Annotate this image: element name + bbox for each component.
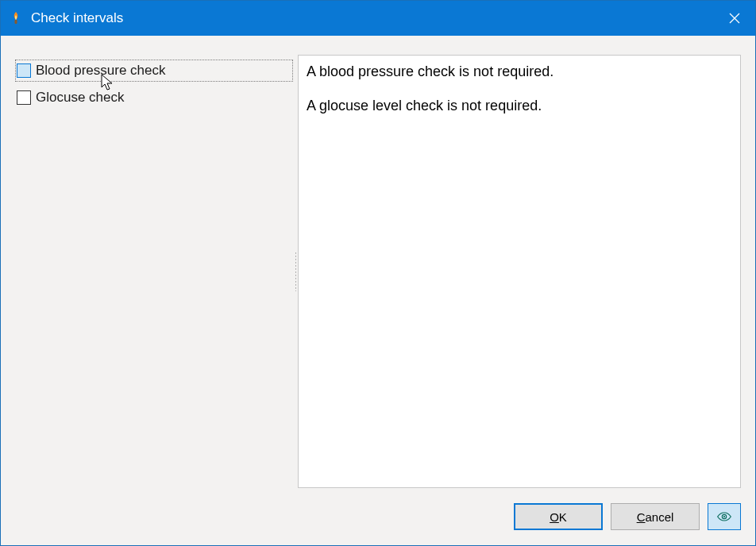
checkbox-glucose[interactable] <box>17 90 31 105</box>
preview-button[interactable] <box>708 503 741 530</box>
grip-icon <box>295 252 297 291</box>
ok-button[interactable]: OK <box>514 503 603 530</box>
mnemonic-letter: C <box>637 510 646 524</box>
check-glucose[interactable]: Glocuse check <box>15 87 293 109</box>
output-line: A glocuse level check is not required. <box>307 96 732 116</box>
cancel-rest: ancel <box>645 510 673 524</box>
dialog-window: Check intervals Blood pressure check Glo… <box>0 0 756 546</box>
dialog-body: Blood pressure check Glocuse check A blo… <box>1 36 755 488</box>
output-pane: A blood pressure check is not required. … <box>298 55 741 488</box>
svg-point-4 <box>723 516 725 517</box>
svg-rect-0 <box>15 20 17 24</box>
cancel-button[interactable]: Cancel <box>611 503 700 530</box>
output-line: A blood pressure check is not required. <box>307 62 732 82</box>
ok-rest: K <box>559 510 567 524</box>
window-title: Check intervals <box>31 10 123 26</box>
check-blood-pressure[interactable]: Blood pressure check <box>15 60 293 82</box>
output-textbox[interactable]: A blood pressure check is not required. … <box>298 55 741 488</box>
app-icon <box>9 11 23 25</box>
mnemonic-letter: O <box>550 510 559 524</box>
titlebar: Check intervals <box>1 1 755 36</box>
close-button[interactable] <box>714 1 755 36</box>
check-label: Glocuse check <box>36 90 125 106</box>
close-icon <box>729 13 740 24</box>
check-label: Blood pressure check <box>36 63 165 79</box>
options-pane: Blood pressure check Glocuse check <box>15 55 293 488</box>
checkbox-blood-pressure[interactable] <box>17 63 31 78</box>
dialog-footer: OK Cancel <box>1 488 755 545</box>
eye-icon <box>716 510 732 523</box>
